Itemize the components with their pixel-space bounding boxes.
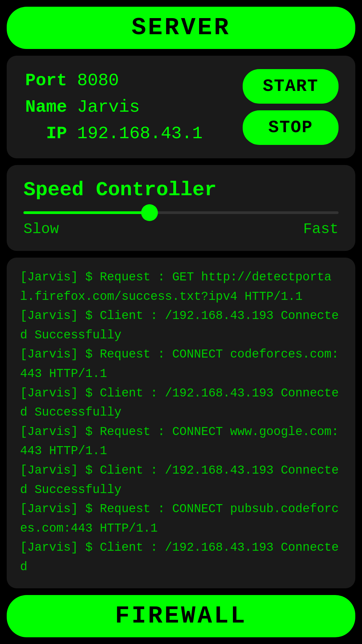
name-label: Name <box>23 97 67 117</box>
firewall-footer[interactable]: FIREWALL <box>7 595 355 637</box>
server-info-left: Port 8080 Name Jarvis IP 192.168.43.1 <box>23 71 202 144</box>
port-label: Port <box>23 71 67 91</box>
slider-fill <box>23 211 149 214</box>
server-header: SERVER <box>7 7 355 49</box>
fast-label: Fast <box>303 221 339 237</box>
name-row: Name Jarvis <box>23 97 202 117</box>
start-button[interactable]: START <box>243 69 339 104</box>
server-title: SERVER <box>131 14 230 42</box>
speed-controller-title: Speed Controller <box>23 178 339 201</box>
log-console: [Jarvis] $ Request : GET http://detectpo… <box>7 258 355 588</box>
speed-slider-container[interactable] <box>23 211 339 214</box>
name-value: Jarvis <box>77 97 140 117</box>
port-value: 8080 <box>77 71 119 91</box>
log-text: [Jarvis] $ Request : GET http://detectpo… <box>20 268 342 577</box>
port-row: Port 8080 <box>23 71 202 91</box>
slider-track <box>23 211 339 214</box>
speed-controller-card: Speed Controller Slow Fast <box>7 165 355 251</box>
slider-thumb[interactable] <box>141 204 158 221</box>
ip-row: IP 192.168.43.1 <box>23 124 202 144</box>
slider-labels: Slow Fast <box>23 221 339 237</box>
stop-button[interactable]: STOP <box>243 110 339 145</box>
server-info-card: Port 8080 Name Jarvis IP 192.168.43.1 ST… <box>7 56 355 158</box>
firewall-title: FIREWALL <box>115 602 247 630</box>
ip-value: 192.168.43.1 <box>77 124 202 144</box>
server-buttons: START STOP <box>243 69 339 145</box>
ip-label: IP <box>23 124 67 144</box>
slow-label: Slow <box>23 221 59 237</box>
